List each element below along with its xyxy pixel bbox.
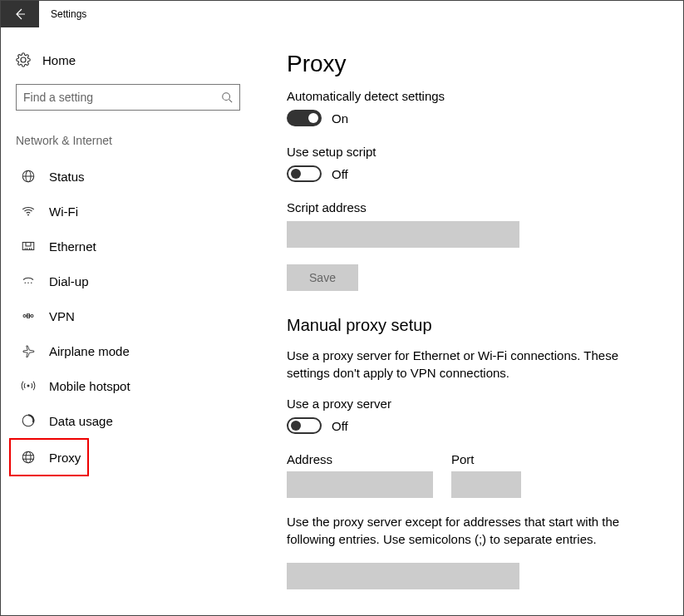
svg-point-13 xyxy=(27,283,29,284)
svg-point-15 xyxy=(23,315,26,318)
sidebar-item-label: Data usage xyxy=(49,414,113,428)
save-button-label: Save xyxy=(309,271,336,284)
airplane-icon xyxy=(21,343,36,358)
auto-detect-toggle[interactable] xyxy=(287,110,322,126)
svg-point-0 xyxy=(223,93,230,101)
use-proxy-label: Use a proxy server xyxy=(287,397,655,411)
use-proxy-state: Off xyxy=(332,419,348,433)
setup-script-label: Use setup script xyxy=(287,145,655,159)
dialup-icon xyxy=(21,274,36,288)
use-proxy-toggle[interactable] xyxy=(287,417,322,434)
sidebar-item-status[interactable]: Status xyxy=(16,159,235,194)
gear-icon xyxy=(16,52,31,67)
address-input xyxy=(287,471,433,498)
setup-script-state: Off xyxy=(332,167,348,181)
ethernet-icon xyxy=(21,239,36,254)
search-icon xyxy=(221,91,233,103)
sidebar: Home Network & Internet Status Wi-Fi Eth… xyxy=(1,27,250,616)
proxy-icon xyxy=(21,450,36,465)
svg-point-21 xyxy=(22,451,34,463)
exceptions-input xyxy=(287,563,519,589)
sidebar-item-label: Ethernet xyxy=(49,239,96,254)
sidebar-item-datausage[interactable]: Data usage xyxy=(16,403,235,438)
main-content: Proxy Automatically detect settings On U… xyxy=(250,27,683,616)
script-address-label: Script address xyxy=(287,200,655,214)
svg-point-14 xyxy=(31,283,32,284)
port-input xyxy=(451,471,521,498)
sidebar-item-dialup[interactable]: Dial-up xyxy=(16,264,235,298)
sidebar-item-label: Status xyxy=(49,170,85,184)
sidebar-home[interactable]: Home xyxy=(16,44,235,76)
auto-detect-state: On xyxy=(332,111,348,126)
back-button[interactable] xyxy=(1,1,39,27)
svg-point-19 xyxy=(27,385,30,387)
svg-rect-7 xyxy=(26,243,31,247)
svg-point-12 xyxy=(25,283,27,284)
sidebar-item-label: VPN xyxy=(49,309,75,323)
vpn-icon xyxy=(21,308,36,323)
svg-point-5 xyxy=(27,214,29,216)
wifi-icon xyxy=(21,204,36,219)
exceptions-description: Use the proxy server except for addresse… xyxy=(287,513,636,548)
sidebar-item-label: Airplane mode xyxy=(49,344,130,358)
page-heading: Proxy xyxy=(287,51,655,77)
manual-heading: Manual proxy setup xyxy=(287,316,655,335)
sidebar-item-proxy[interactable]: Proxy xyxy=(9,438,89,476)
sidebar-item-label: Wi-Fi xyxy=(49,205,78,219)
sidebar-item-label: Dial-up xyxy=(49,274,89,288)
port-label: Port xyxy=(451,452,521,466)
address-label: Address xyxy=(287,452,433,466)
window-title: Settings xyxy=(39,1,86,27)
sidebar-item-label: Proxy xyxy=(49,451,81,465)
hotspot-icon xyxy=(21,378,36,393)
sidebar-section-label: Network & Internet xyxy=(16,134,235,147)
sidebar-item-hotspot[interactable]: Mobile hotspot xyxy=(16,368,235,403)
titlebar: Settings xyxy=(1,1,683,27)
setup-script-toggle[interactable] xyxy=(287,165,322,182)
sidebar-item-vpn[interactable]: VPN xyxy=(16,298,235,333)
auto-detect-label: Automatically detect settings xyxy=(287,89,655,103)
search-input[interactable] xyxy=(23,91,221,104)
svg-point-16 xyxy=(31,315,33,318)
globe-icon xyxy=(21,169,36,184)
save-button: Save xyxy=(287,264,358,291)
manual-description: Use a proxy server for Ethernet or Wi-Fi… xyxy=(287,347,636,382)
search-input-wrap[interactable] xyxy=(16,84,240,111)
svg-point-22 xyxy=(26,451,31,463)
sidebar-home-label: Home xyxy=(42,53,76,67)
svg-line-1 xyxy=(229,100,233,103)
sidebar-item-label: Mobile hotspot xyxy=(49,379,130,393)
sidebar-item-ethernet[interactable]: Ethernet xyxy=(16,229,235,264)
data-usage-icon xyxy=(21,413,36,428)
sidebar-item-airplane[interactable]: Airplane mode xyxy=(16,333,235,368)
sidebar-item-wifi[interactable]: Wi-Fi xyxy=(16,194,235,229)
script-address-input xyxy=(287,221,519,248)
arrow-left-icon xyxy=(13,7,27,21)
